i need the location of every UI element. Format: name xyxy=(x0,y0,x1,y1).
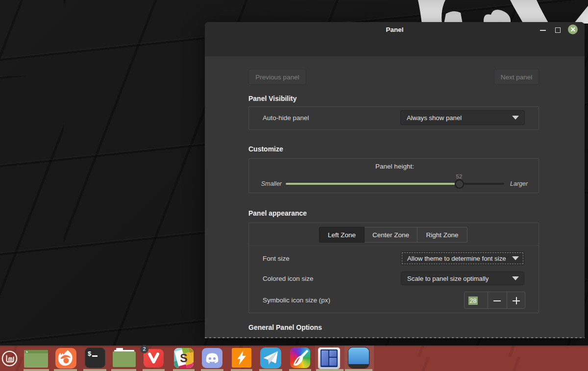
svg-text:S: S xyxy=(180,352,187,365)
